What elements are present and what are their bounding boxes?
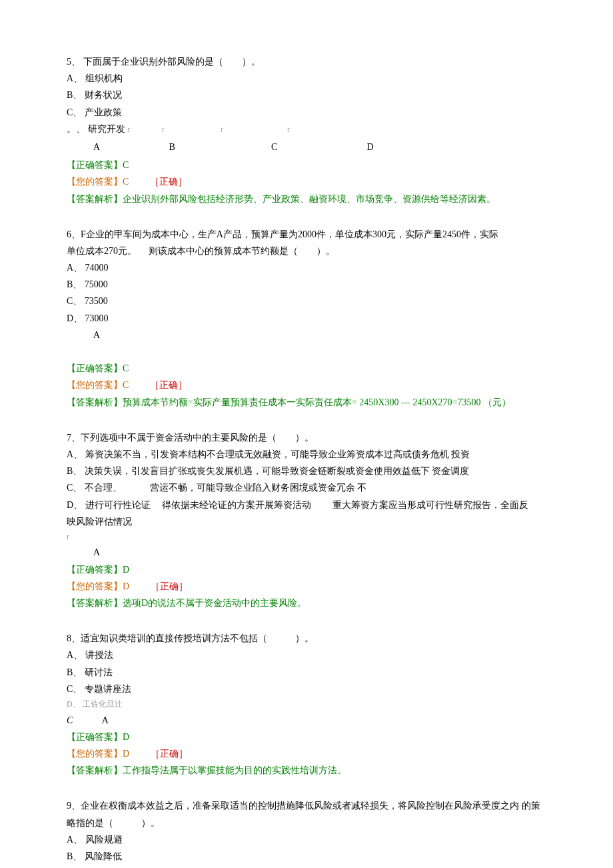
radio-b[interactable]: B: [169, 139, 269, 155]
option-d: D、 工佐化旦辻: [67, 697, 546, 712]
your-answer: 【您的答案】D ［正确］: [67, 578, 546, 595]
option-d: D、 进行可行性论证 得依据未经论证的方案开展筹资活动 重大筹资方案应当形成可行…: [67, 497, 546, 513]
option-d: D、 73000: [67, 310, 546, 327]
question-6: 6、F企业的甲车间为成本中心，生产A产品，预算产量为2000件，单位成本300元…: [67, 226, 546, 411]
option-c: C、 不合理、 营运不畅，可能导致企业陷入财务困境或资金冗余 不: [67, 479, 546, 496]
question-stem: 5、 下面属于企业识别外部风险的是（ ）。: [67, 53, 546, 70]
option-c: C、 专题讲座法: [67, 681, 546, 697]
option-b: B、 决策失误，引发盲目扩张或丧失发展机遇，可能导致资金链断裂或资金使用效益低下…: [67, 463, 546, 479]
your-answer: 【您的答案】C ［正确］: [67, 173, 546, 190]
question-stem: 略指的是（ ）。: [67, 815, 546, 831]
radio-c[interactable]: C: [271, 139, 364, 155]
option-c: C、 风险承担: [67, 865, 546, 868]
answer-explain: 【答案解析】工作指导法属于以掌握技能为目的的实践性培训方法。: [67, 762, 546, 779]
question-7: 7、下列选项中不属于资金活动中的主要风险的是（ ）。 A、 筹资决策不当，引发资…: [67, 429, 546, 611]
option-c: C、 产业政策: [67, 104, 546, 121]
status-correct: ［正确］: [150, 177, 187, 187]
option-b: B、 财务状况: [67, 87, 546, 103]
status-correct: ［正确］: [151, 581, 188, 591]
question-stem: 8、适宜知识类培训的直接传授培训方法不包括（ ）。: [67, 630, 546, 647]
your-answer: 【您的答案】C ［正确］: [67, 377, 546, 393]
option-d: 。、 研究开发 r r r r: [67, 121, 546, 137]
question-stem: 6、F企业的甲车间为成本中心，生产A产品，预算产量为2000件，单位成本300元…: [67, 226, 546, 243]
status-correct: ［正确］: [151, 749, 188, 759]
your-answer: 【您的答案】D ［正确］: [67, 745, 546, 762]
question-5: 5、 下面属于企业识别外部风险的是（ ）。 A、 组织机构 B、 财务状况 C、…: [67, 53, 546, 207]
question-stem: 单位成本270元。 则该成本中心的预算成本节约额是（ ）。: [67, 243, 546, 259]
radio-a[interactable]: A: [93, 544, 546, 561]
option-d-cont: 映风险评估情况: [67, 513, 546, 530]
option-b: B、 风险降低: [67, 848, 546, 865]
correct-answer: 【正确答案】D: [67, 729, 546, 745]
question-8: 8、适宜知识类培训的直接传授培训方法不包括（ ）。 A、 讲授法 B、 研讨法 …: [67, 630, 546, 779]
question-stem: 9、企业在权衡成本效益之后，准备采取适当的控制措施降低风险或者减轻损失，将风险控…: [67, 797, 546, 814]
option-a: A、 组织机构: [67, 70, 546, 87]
status-correct: ［正确］: [150, 380, 187, 390]
option-a: A、 风险规避: [67, 831, 546, 848]
radio-d[interactable]: D: [367, 139, 374, 155]
c-letter: C: [67, 715, 73, 725]
option-a: A、 筹资决策不当，引发资本结构不合理或无效融资，可能导致企业筹资成本过高或债务…: [67, 446, 546, 463]
answer-explain: 【答案解析】企业识别外部风险包括经济形势、产业政策、融资环境、市场竞争、资源供给…: [67, 191, 546, 207]
answer-explain: 【答案解析】预算成本节约额=实际产量预算责任成本一实际责任成本= 2450X30…: [67, 394, 546, 411]
option-c: C、 73500: [67, 293, 546, 309]
radio-a[interactable]: A: [93, 327, 546, 343]
radio-row: A B C D: [93, 139, 546, 155]
option-a: A、 74000: [67, 259, 546, 276]
radio-a[interactable]: A: [93, 139, 167, 155]
option-b: B、 75000: [67, 276, 546, 293]
answer-explain: 【答案解析】选项D的说法不属于资金活动中的主要风险。: [67, 595, 546, 611]
option-b: B、 研讨法: [67, 664, 546, 681]
question-stem: 7、下列选项中不属于资金活动中的主要风险的是（ ）。: [67, 429, 546, 446]
correct-answer: 【正确答案】D: [67, 561, 546, 578]
question-9: 9、企业在权衡成本效益之后，准备采取适当的控制措施降低风险或者减轻损失，将风险控…: [67, 797, 546, 868]
correct-answer: 【正确答案】C: [67, 360, 546, 377]
radio-a[interactable]: A: [102, 715, 109, 725]
correct-answer: 【正确答案】C: [67, 157, 546, 173]
option-a: A、 讲授法: [67, 647, 546, 663]
